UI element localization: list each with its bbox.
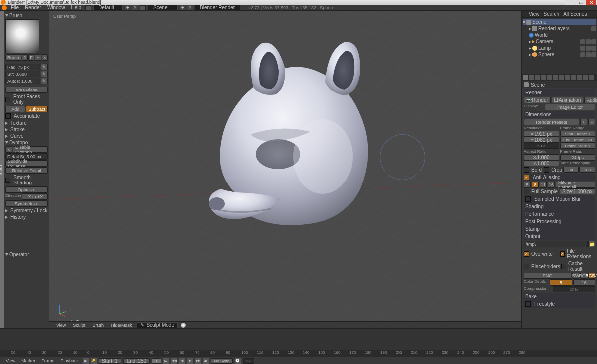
aspect-y-field[interactable]: Y: 1.000	[524, 160, 559, 166]
overwrite-checkbox[interactable]	[524, 251, 529, 257]
texture-tab-icon[interactable]	[577, 75, 582, 80]
timeline-view-menu[interactable]: View	[4, 358, 17, 363]
maximize-button[interactable]: ▭	[576, 0, 586, 5]
res-percent-field[interactable]: 50%	[524, 143, 559, 149]
disable-dyntopo-button[interactable]: Disable Dyntopo	[13, 146, 48, 153]
browse-folder-icon[interactable]: 📁	[588, 241, 595, 247]
timemap-old-field[interactable]: 100	[563, 167, 579, 173]
autokey-button[interactable]: ⏺	[83, 358, 89, 364]
disable-dyntopo-x[interactable]: ×	[5, 146, 12, 153]
strength-field[interactable]: Str: 0.688	[5, 71, 40, 77]
renderlayers-toggle-icon[interactable]	[591, 26, 596, 31]
viewport-3d[interactable]: User Persp	[49, 11, 521, 328]
aspect-x-field[interactable]: X: 1.000	[524, 154, 559, 160]
format-dropdown[interactable]: PNG	[524, 273, 571, 279]
cache-checkbox[interactable]	[561, 264, 566, 269]
render-layers-tab-icon[interactable]	[529, 75, 534, 80]
play-button[interactable]: ▶	[187, 358, 193, 364]
crop-checkbox[interactable]	[544, 167, 549, 173]
radius-pressure-icon[interactable]: ✎	[41, 64, 48, 70]
menu-file[interactable]: File	[9, 5, 21, 10]
minimize-button[interactable]: —	[565, 0, 575, 5]
accumulate-checkbox[interactable]	[5, 113, 11, 119]
eye-icon[interactable]	[580, 52, 585, 57]
brush-preview[interactable]	[5, 19, 39, 53]
stamp-panel-header[interactable]: Stamp	[524, 225, 595, 233]
scene-icon[interactable]	[140, 5, 146, 10]
jump-end-button[interactable]: ⏭	[203, 358, 209, 364]
operator-panel[interactable]: Operator	[5, 252, 48, 257]
optimize-button[interactable]: Optimize	[5, 186, 48, 193]
mode-dropdown[interactable]: ✎ Sculpt Mode	[137, 322, 178, 328]
close-button[interactable]: ✕	[586, 0, 596, 5]
screen-layout-dropdown[interactable]: Default	[93, 5, 123, 10]
history-panel[interactable]: History	[5, 214, 48, 220]
particles-tab-icon[interactable]	[583, 75, 588, 80]
autosmooth-field[interactable]: Autos: 1.000	[5, 78, 40, 84]
add-button[interactable]: Add	[5, 106, 25, 112]
outliner-display-mode[interactable]: All Scenes	[563, 11, 587, 17]
shading-sphere-icon[interactable]	[181, 323, 186, 328]
eye-icon[interactable]	[580, 46, 585, 51]
view-menu[interactable]: View	[54, 323, 68, 328]
strength-pressure-icon[interactable]: ✎	[41, 71, 48, 77]
texture-panel[interactable]: Texture	[5, 120, 48, 126]
select-icon[interactable]	[586, 46, 591, 51]
freestyle-checkbox[interactable]	[525, 301, 531, 307]
keyset-button[interactable]: 🔑	[91, 358, 97, 364]
brush-panel-header[interactable]: Brush	[5, 13, 48, 18]
display-mode-dropdown[interactable]: Image Editor	[545, 104, 595, 110]
curve-panel[interactable]: Curve	[5, 133, 48, 139]
outliner-search-menu[interactable]: Search	[544, 11, 560, 17]
timemap-new-field[interactable]: 100	[579, 167, 595, 173]
sculpt-plane-dropdown[interactable]: Area Plane	[5, 87, 48, 93]
frame-step-field[interactable]: Frame Step: 1	[560, 143, 596, 149]
world-tab-icon[interactable]	[541, 75, 546, 80]
bake-panel-header[interactable]: Bake	[524, 293, 595, 300]
freestyle-panel-header[interactable]: Freestyle	[524, 300, 595, 308]
brush-name-field[interactable]: Brush	[5, 54, 21, 61]
menu-help[interactable]: Help	[69, 5, 84, 10]
eye-icon[interactable]	[580, 39, 585, 44]
start-frame-input[interactable]: Start: 1	[99, 358, 121, 364]
aa-8[interactable]: 8	[532, 182, 539, 188]
physics-tab-icon[interactable]	[589, 75, 594, 80]
timeline-playback-menu[interactable]: Playback	[58, 358, 81, 363]
sync-dropdown[interactable]: No Sync	[211, 358, 233, 364]
aa-11[interactable]: 11	[540, 182, 547, 188]
outliner-world[interactable]: World	[523, 32, 596, 38]
subdivide-method-dropdown[interactable]: Subdivide Collapse	[5, 160, 48, 167]
render-presets-dropdown[interactable]: Render Presets	[524, 119, 579, 125]
symmetrize-button[interactable]: Symmetrize	[5, 200, 48, 207]
autosmooth-pressure-icon[interactable]: ✎	[41, 78, 48, 84]
scene-dropdown[interactable]: Scene	[148, 5, 178, 10]
smb-panel-header[interactable]: Sampled Motion Blur	[524, 195, 595, 203]
end-frame-input[interactable]: End: 250	[123, 358, 150, 364]
fps-dropdown[interactable]: 24 fps	[560, 154, 596, 161]
compression-field[interactable]: 15%	[553, 286, 595, 292]
app-icon[interactable]	[2, 5, 7, 10]
symmetry-direction-dropdown[interactable]: -X to +X	[22, 193, 48, 200]
render-icon[interactable]	[591, 46, 596, 51]
add-brush-button[interactable]: +	[35, 54, 41, 61]
radius-field[interactable]: Radi 75 px	[5, 64, 40, 70]
outliner-view-menu[interactable]: View	[529, 11, 540, 17]
hide-mask-menu[interactable]: Hide/Mask	[109, 323, 134, 328]
aa-size-field[interactable]: Size: 1.000 px	[560, 188, 596, 194]
audio-button[interactable]: Audio	[584, 97, 597, 103]
smooth-shading-checkbox[interactable]	[5, 178, 10, 183]
depth-16-button[interactable]: 16	[573, 279, 596, 286]
stroke-panel[interactable]: Stroke	[5, 127, 48, 132]
border-checkbox[interactable]	[524, 167, 529, 173]
res-y-field[interactable]: Y: 1080 px	[524, 137, 559, 143]
scene-tab-icon[interactable]	[535, 75, 540, 80]
layout-icon[interactable]	[85, 5, 91, 10]
res-x-field[interactable]: X: 1920 px	[524, 131, 559, 137]
detail-type-dropdown[interactable]: Relative Detail	[5, 167, 48, 174]
start-frame-field[interactable]: Start Frame: 1	[560, 131, 596, 137]
fake-user-button[interactable]: F	[28, 54, 34, 61]
animation-button[interactable]: 🎞 Animation	[552, 97, 583, 103]
prev-key-button[interactable]: ◀◀	[171, 358, 177, 364]
brush-menu[interactable]: Brush	[90, 323, 106, 328]
rgba-button[interactable]: RGBA	[588, 273, 595, 279]
